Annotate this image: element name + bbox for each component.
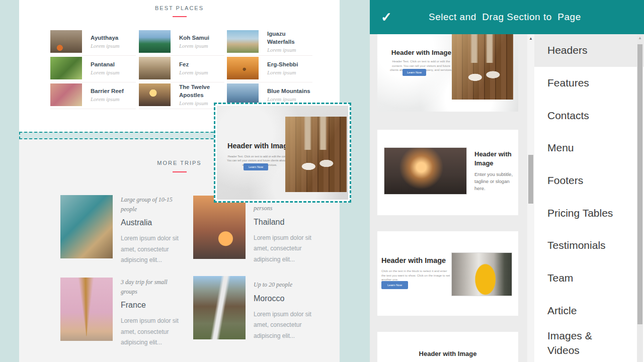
place-photo-twelve-apostles bbox=[139, 83, 171, 106]
scroll-up-arrow-icon[interactable]: ▲ bbox=[637, 34, 643, 40]
thumbnail-heading: Header with Image bbox=[410, 350, 486, 357]
trip-name: Australia bbox=[121, 218, 182, 227]
scroll-up-arrow-icon[interactable]: ▲ bbox=[527, 34, 534, 41]
section-title-underline bbox=[173, 16, 187, 17]
preview-photo-sneakers bbox=[285, 117, 347, 192]
category-item-team[interactable]: Team bbox=[534, 262, 644, 295]
place-name: Fez bbox=[179, 61, 224, 69]
section-thumbnail-header-with-image-1[interactable]: Header with Image Header Text. Click on … bbox=[377, 25, 518, 112]
thumbnail-photo-yellow-raincoat bbox=[451, 252, 512, 296]
list-item-ayutthaya[interactable]: Ayutthaya Lorem ipsum bbox=[50, 30, 136, 56]
category-list: Headers Features Contacts Menu Footers P… bbox=[534, 34, 644, 362]
place-photo-fez bbox=[139, 57, 171, 79]
learn-now-button: Learn Now bbox=[244, 163, 268, 170]
category-item-article[interactable]: Article bbox=[534, 295, 644, 327]
place-caption: Lorem ipsum bbox=[179, 69, 224, 75]
category-item-contacts[interactable]: Contacts bbox=[534, 99, 644, 132]
thumbnail-heading: Header with Image bbox=[385, 49, 458, 56]
list-item-fez[interactable]: Fez Lorem ipsum bbox=[139, 57, 224, 82]
list-item-iguazu[interactable]: Iguazu Waterfalls Lorem ipsum bbox=[227, 30, 312, 56]
place-name: Barrier Reef bbox=[91, 87, 136, 96]
thumbnail-body-text: Enter you subtitle, tagline or slogan he… bbox=[474, 171, 514, 192]
learn-now-button: Learn Now bbox=[381, 281, 408, 289]
category-label: Footers bbox=[547, 173, 620, 188]
trip-tag: 3 day trip for small groups bbox=[121, 278, 182, 296]
category-item-testimonials[interactable]: Testimonials bbox=[534, 229, 644, 262]
place-photo-erg-shebbi bbox=[227, 57, 259, 79]
place-caption: Lorem ipsum bbox=[267, 69, 312, 75]
trip-tag: Large group of 10-15 people bbox=[121, 195, 182, 214]
place-photo-iguazu bbox=[227, 30, 259, 53]
trip-tag: persons bbox=[254, 204, 315, 213]
thumbnail-body-text: Click on the text in the block to select… bbox=[381, 269, 452, 282]
place-name: Ayutthaya bbox=[91, 34, 136, 42]
category-label: Testimonials bbox=[547, 238, 620, 252]
category-label: Contacts bbox=[547, 109, 620, 123]
trip-name: Thailand bbox=[254, 218, 315, 227]
category-label: Headers bbox=[547, 43, 620, 57]
canvas-left-margin bbox=[0, 0, 19, 362]
place-name: Erg-Shebbi bbox=[267, 61, 312, 69]
preview-heading: Header with Image bbox=[224, 142, 295, 150]
section-thumbnail-header-with-image-2[interactable]: Header with Image Enter you subtitle, ta… bbox=[377, 130, 518, 215]
place-name: Pantanal bbox=[91, 61, 136, 69]
place-photo-barrier-reef bbox=[50, 83, 82, 106]
check-icon: ✓ bbox=[381, 10, 392, 25]
place-name: Koh Samui bbox=[179, 34, 224, 42]
dragged-section-ghost[interactable]: Header with Image Header Text. Click on … bbox=[214, 103, 351, 203]
learn-now-button: Learn Now bbox=[403, 69, 426, 76]
category-scrollbar[interactable]: ▲ bbox=[637, 34, 643, 362]
category-label: Pricing Tables bbox=[547, 206, 620, 220]
category-item-menu[interactable]: Menu bbox=[534, 132, 644, 164]
app-window: BEST PLACES Ayutthaya Lorem ipsum Koh Sa… bbox=[0, 0, 644, 362]
trip-card-france[interactable]: 3 day trip for small groups France Lorem… bbox=[60, 278, 182, 348]
category-item-features[interactable]: Features bbox=[534, 67, 644, 100]
place-caption: Lorem ipsum bbox=[179, 43, 224, 49]
category-label: Menu bbox=[547, 141, 620, 155]
trip-name: France bbox=[121, 301, 182, 310]
list-item-erg-shebbi[interactable]: Erg-Shebbi Lorem ipsum bbox=[227, 57, 312, 82]
thumbnail-photo-sneakers bbox=[452, 34, 513, 100]
place-caption: Lorem ipsum bbox=[91, 43, 136, 49]
category-scrollbar-thumb[interactable] bbox=[637, 44, 642, 324]
thumbnail-photo-sunset-girl bbox=[384, 147, 467, 195]
section-thumbnail-header-with-image-4[interactable]: Header with Image bbox=[377, 332, 518, 362]
section-thumbnail-header-with-image-3[interactable]: Header with Image Click on the text in t… bbox=[377, 231, 518, 316]
trip-card-thailand[interactable]: persons Thailand Lorem ipsum dolor sit a… bbox=[193, 196, 315, 265]
section-title-best-places: BEST PLACES bbox=[19, 5, 340, 11]
trip-card-australia[interactable]: Large group of 10-15 people Australia Lo… bbox=[60, 195, 182, 266]
place-photo-ayutthaya bbox=[50, 30, 82, 53]
category-item-images-videos[interactable]: Images & Videos bbox=[534, 327, 644, 359]
list-item-barrier-reef[interactable]: Barrier Reef Lorem ipsum bbox=[50, 83, 136, 109]
panel-header: ✓ Select and Drag Section to Page bbox=[370, 0, 644, 34]
list-item-pantanal[interactable]: Pantanal Lorem ipsum bbox=[50, 57, 136, 82]
category-item-footers[interactable]: Footers bbox=[534, 164, 644, 197]
category-label: Images & Videos bbox=[547, 329, 620, 357]
category-label: Team bbox=[547, 271, 620, 285]
trip-description: Lorem ipsum dolor sit amet, consectetur … bbox=[254, 309, 315, 342]
panel-title: Select and Drag Section to Page bbox=[429, 0, 581, 34]
category-label: Article bbox=[547, 304, 620, 318]
place-caption: Lorem ipsum bbox=[91, 69, 136, 75]
place-name: Blue Mountains bbox=[267, 87, 312, 96]
trip-photo-morocco bbox=[193, 276, 246, 339]
place-name: The Twelve Apostles bbox=[179, 83, 224, 99]
trip-tag: Up to 20 people bbox=[254, 280, 315, 290]
place-caption: Lorem ipsum bbox=[267, 96, 312, 102]
category-item-pricing-tables[interactable]: Pricing Tables bbox=[534, 197, 644, 229]
thumbnails-scrollbar[interactable]: ▲ bbox=[527, 34, 534, 362]
dragged-section-preview: Header with Image Header Text. Click on … bbox=[217, 106, 348, 200]
category-label: Features bbox=[547, 76, 620, 90]
trip-photo-thailand bbox=[193, 196, 246, 259]
thumbnails-scrollbar-thumb[interactable] bbox=[528, 155, 533, 204]
trip-photo-france bbox=[60, 278, 113, 341]
trip-card-morocco[interactable]: Up to 20 people Morocco Lorem ipsum dolo… bbox=[193, 276, 315, 341]
place-photo-pantanal bbox=[50, 57, 82, 79]
trip-description: Lorem ipsum dolor sit amet, consectetur … bbox=[254, 233, 315, 265]
place-photo-koh-samui bbox=[139, 30, 171, 53]
trip-description: Lorem ipsum dolor sit amet, consectetur … bbox=[121, 316, 182, 348]
category-item-headers[interactable]: Headers bbox=[534, 34, 644, 67]
list-item-twelve-apostles[interactable]: The Twelve Apostles Lorem ipsum bbox=[139, 83, 224, 109]
list-item-koh-samui[interactable]: Koh Samui Lorem ipsum bbox=[139, 30, 224, 56]
place-caption: Lorem ipsum bbox=[267, 47, 312, 53]
